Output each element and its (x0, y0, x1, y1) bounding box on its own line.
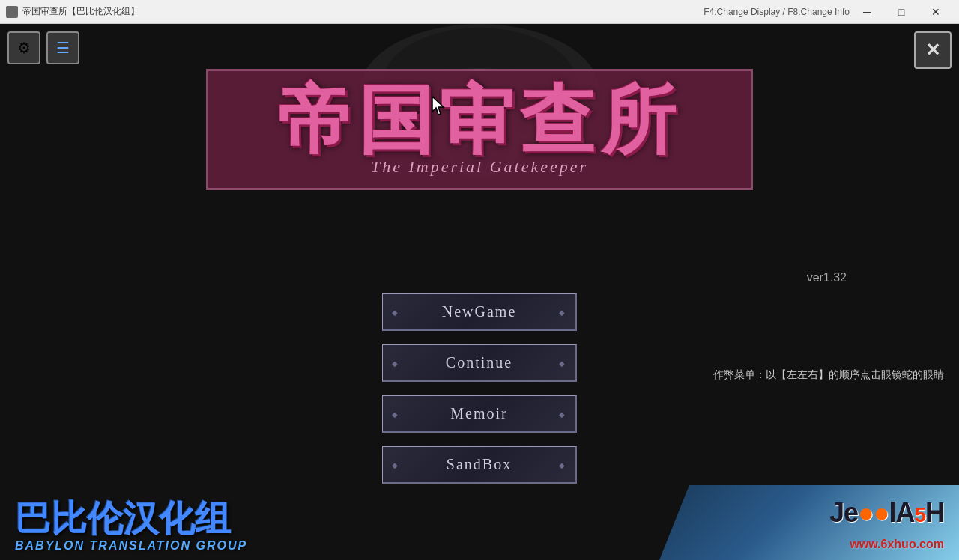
continue-button[interactable]: Continue (382, 344, 577, 382)
jeoalash-area: Je●●lA5H www.6xhuo.com (659, 470, 959, 560)
title-chinese: 帝国审查所 (223, 79, 736, 161)
title-box: 帝国审查所 The Imperial Gatekeeper (206, 69, 753, 190)
close-icon: ✕ (925, 40, 940, 61)
cheat-hint: 作弊菜单：以【左左右】的顺序点击眼镜蛇的眼睛 (713, 368, 944, 382)
babylon-logo: 巴比伦汉化组 BABYLON TRANSLATION GROUP (15, 499, 247, 553)
list-icon: ☰ (56, 39, 70, 57)
jeoalash-url: www.6xhuo.com (850, 538, 944, 551)
menu-buttons: NewGame Continue Memoir SandBox (382, 293, 577, 484)
jeoalash-logo-text: Je●●lA5H (829, 497, 944, 529)
hotkey-hint: F4:Change Display / F8:Change Info (704, 7, 850, 17)
top-left-controls: ⚙ ☰ (7, 31, 79, 64)
title-bar: 帝国审查所【巴比伦汉化组】 F4:Change Display / F8:Cha… (0, 0, 959, 24)
window-controls: ─ □ ✕ (850, 0, 953, 24)
sandbox-button[interactable]: SandBox (382, 446, 577, 484)
maximize-button[interactable]: □ (884, 0, 919, 24)
list-button[interactable]: ☰ (46, 31, 79, 64)
gear-icon: ⚙ (17, 39, 31, 57)
title-logo-area: 帝国审查所 The Imperial Gatekeeper (206, 69, 753, 190)
new-game-button[interactable]: NewGame (382, 293, 577, 331)
window-close-button[interactable]: ✕ (919, 0, 953, 24)
minimize-button[interactable]: ─ (850, 0, 884, 24)
version-text: ver1.32 (807, 271, 847, 284)
settings-button[interactable]: ⚙ (7, 31, 40, 64)
game-close-button[interactable]: ✕ (914, 31, 952, 69)
memoir-button[interactable]: Memoir (382, 395, 577, 433)
app-title: 帝国审查所【巴比伦汉化组】 (22, 5, 689, 18)
babylon-english-text: BABYLON TRANSLATION GROUP (15, 539, 247, 553)
game-area: ⚙ ☰ ✕ 帝国审查所 The Imperial Gatekeeper ver1… (0, 24, 959, 560)
babylon-chinese-text: 巴比伦汉化组 (15, 499, 247, 539)
app-icon (6, 6, 18, 18)
